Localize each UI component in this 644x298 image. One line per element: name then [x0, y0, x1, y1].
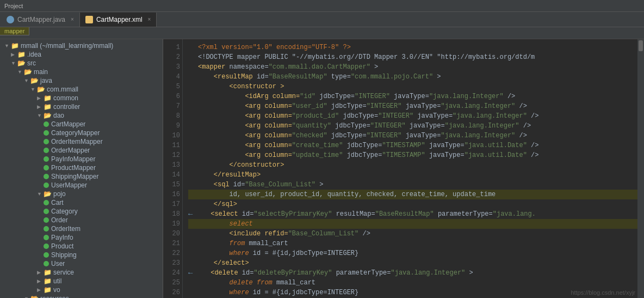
- java-dot-icon: [44, 261, 49, 266]
- sidebar-label: java: [40, 77, 52, 84]
- tab-cartmapper-java[interactable]: CartMapper.java ×: [1, 13, 80, 27]
- folder-icon: 📂: [44, 190, 52, 198]
- java-dot-icon: [44, 156, 49, 162]
- code-line-23: </select>: [188, 258, 637, 268]
- sidebar-item-category[interactable]: Category: [0, 207, 163, 216]
- sidebar-label: ProductMapper: [51, 164, 96, 172]
- tab-close-java[interactable]: ×: [71, 16, 74, 22]
- sidebar-label: OrderMapper: [51, 147, 90, 154]
- sidebar-item-src[interactable]: ▼ 📂 src: [0, 59, 163, 68]
- sidebar-item-orderitemmapper[interactable]: OrderItemMapper: [0, 137, 163, 146]
- tab-cartmapper-xml[interactable]: CartMapper.xml ×: [80, 13, 157, 27]
- sidebar-item-user[interactable]: User: [0, 259, 163, 268]
- java-dot-icon: [44, 121, 49, 127]
- java-file-icon: [7, 16, 14, 23]
- sidebar-item-payinfo[interactable]: PayInfo: [0, 233, 163, 242]
- sidebar-item-shippingmapper[interactable]: ShippingMapper: [0, 172, 163, 181]
- breadcrumb-bar: mapper: [0, 27, 644, 39]
- code-editor[interactable]: <?xml version="1.0" encoding="UTF-8" ?><…: [183, 39, 637, 298]
- code-line-17: </sql>: [188, 199, 637, 209]
- sidebar-label: Product: [51, 242, 73, 250]
- arrow-icon: ▶: [37, 287, 44, 293]
- sidebar-label: CartMapper: [51, 120, 85, 128]
- sidebar-item-order[interactable]: Order: [0, 216, 163, 224]
- java-dot-icon: [44, 130, 49, 136]
- sidebar-label: dao: [53, 112, 64, 119]
- folder-icon: 📂: [30, 295, 39, 298]
- arrow-icon: ▶: [11, 52, 17, 57]
- sidebar-label: OrderItem: [51, 225, 81, 233]
- sidebar-item-cart[interactable]: Cart: [0, 198, 163, 207]
- tab-label-xml: CartMapper.xml: [96, 16, 143, 23]
- folder-icon: 📁: [17, 51, 26, 58]
- sidebar-label: src: [27, 59, 36, 67]
- code-line-8: <arg column="product_id" jdbcType="INTEG…: [188, 111, 637, 121]
- sidebar-item-vo[interactable]: ▶ 📁 vo: [0, 285, 163, 294]
- arrow-icon: ▶: [37, 95, 44, 101]
- code-line-19: select: [188, 219, 637, 229]
- sidebar-item-idea[interactable]: ▶ 📁 .idea: [0, 50, 163, 59]
- sidebar-item-orderitem[interactable]: OrderItem: [0, 224, 163, 233]
- folder-icon: 📁: [44, 103, 52, 111]
- folder-icon: 📂: [17, 59, 26, 67]
- folder-icon: 📂: [37, 86, 45, 93]
- java-dot-icon: [44, 174, 49, 179]
- sidebar-label: PayInfoMapper: [51, 155, 95, 163]
- arrow-icon: ▶: [37, 278, 44, 284]
- folder-icon: 📂: [24, 68, 32, 76]
- sidebar-item-pojo[interactable]: ▼ 📂 pojo: [0, 190, 163, 198]
- title-bar: Project: [0, 0, 644, 12]
- sidebar-project-root[interactable]: ▼ 📁 mmall (~/mmall_learning/mmall): [0, 41, 163, 50]
- sidebar-item-controller[interactable]: ▶ 📁 controller: [0, 102, 163, 111]
- java-dot-icon: [44, 200, 49, 205]
- code-line-12: <arg column="update_time" jdbcType="TIME…: [188, 150, 637, 160]
- code-line-26: where id = #{id,jdbcType=INTEGER}: [188, 288, 637, 297]
- sidebar-label: controller: [53, 103, 80, 111]
- code-line-22: where id = #{id,jdbcType=INTEGER}: [188, 248, 637, 258]
- code-line-7: <arg column="user_id" jdbcType="INTEGER"…: [188, 101, 637, 111]
- sidebar-item-com-mmall[interactable]: ▼ 📂 com.mmall: [0, 85, 163, 94]
- sidebar-item-cartmapper[interactable]: CartMapper: [0, 120, 163, 129]
- sidebar-item-productmapper[interactable]: ProductMapper: [0, 163, 163, 172]
- sidebar-item-util[interactable]: ▶ 📁 util: [0, 277, 163, 285]
- code-line-9: <arg column="quantity" jdbcType="INTEGER…: [188, 121, 637, 131]
- folder-icon: 📁: [11, 42, 19, 50]
- code-line-11: <arg column="create_time" jdbcType="TIME…: [188, 141, 637, 150]
- sidebar-item-dao[interactable]: ▼ 📂 dao: [0, 111, 163, 120]
- code-line-3: <mapper namespace="com.mmall.dao.CartMap…: [188, 62, 637, 72]
- folder-icon: 📂: [44, 112, 52, 119]
- tab-label-java: CartMapper.java: [17, 16, 65, 23]
- sidebar-item-main[interactable]: ▼ 📂 main: [0, 68, 163, 76]
- java-dot-icon: [44, 165, 49, 171]
- folder-icon: 📁: [44, 94, 52, 102]
- sidebar-item-payinfomapper[interactable]: PayInfoMapper: [0, 155, 163, 163]
- sidebar-label: UserMapper: [51, 181, 87, 189]
- arrow-icon: ▼: [11, 60, 17, 66]
- arrow-icon: ▼: [24, 296, 30, 298]
- java-dot-icon: [44, 244, 49, 249]
- editor-scrollbar[interactable]: [637, 39, 644, 298]
- sidebar-item-shipping[interactable]: Shipping: [0, 251, 163, 259]
- project-sidebar[interactable]: ▼ 📁 mmall (~/mmall_learning/mmall) ▶ 📁 .…: [0, 39, 163, 298]
- tab-close-xml[interactable]: ×: [148, 16, 151, 22]
- sidebar-item-service[interactable]: ▶ 📁 service: [0, 268, 163, 277]
- arrow-marker: ←: [188, 268, 193, 278]
- sidebar-item-common[interactable]: ▶ 📁 common: [0, 94, 163, 102]
- arrow-icon: ▶: [37, 270, 44, 275]
- sidebar-item-resources[interactable]: ▼ 📂 resources: [0, 294, 163, 298]
- sidebar-label: PayInfo: [51, 234, 73, 241]
- main-content: ▼ 📁 mmall (~/mmall_learning/mmall) ▶ 📁 .…: [0, 39, 644, 298]
- sidebar-item-java[interactable]: ▼ 📂 java: [0, 76, 163, 85]
- sidebar-item-usermapper[interactable]: UserMapper: [0, 181, 163, 190]
- arrow-icon: ▼: [37, 191, 44, 197]
- sidebar-label: common: [53, 94, 78, 102]
- code-line-21: from mmall_cart: [188, 239, 637, 248]
- sidebar-item-categorymapper[interactable]: CategoryMapper: [0, 129, 163, 137]
- sidebar-item-product[interactable]: Product: [0, 242, 163, 251]
- sidebar-item-ordermapper[interactable]: OrderMapper: [0, 146, 163, 155]
- java-dot-icon: [44, 252, 49, 258]
- tab-bar: CartMapper.java × CartMapper.xml ×: [0, 12, 644, 27]
- java-dot-icon: [44, 226, 49, 232]
- java-dot-icon: [44, 148, 49, 153]
- arrow-marker: ←: [188, 209, 193, 219]
